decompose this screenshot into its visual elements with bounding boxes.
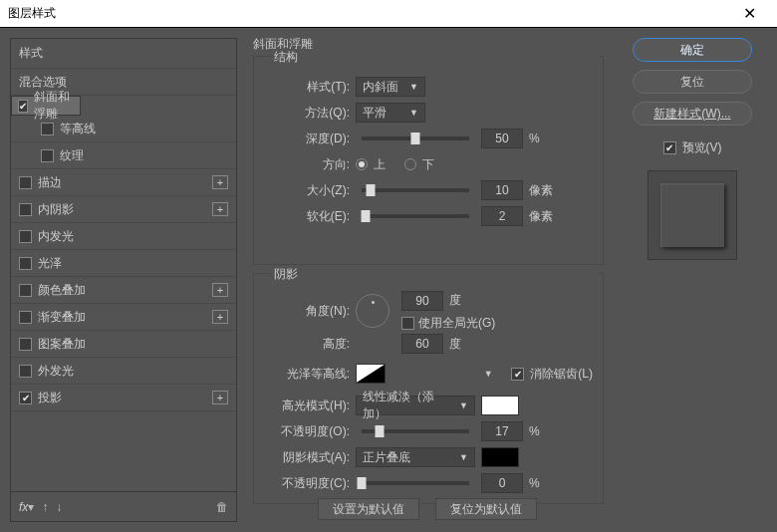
size-input[interactable]: 10 — [481, 180, 523, 200]
item-drop-shadow[interactable]: 投影+ — [11, 385, 236, 411]
unit: 像素 — [529, 208, 555, 225]
arrow-up-icon[interactable]: ↑ — [42, 500, 48, 514]
arrow-down-icon[interactable]: ↓ — [56, 500, 62, 514]
altitude-label: 高度: — [264, 336, 350, 353]
highlight-opacity-label: 不透明度(O): — [264, 423, 350, 440]
item-inner-shadow[interactable]: 内阴影+ — [11, 196, 236, 223]
add-icon[interactable]: + — [212, 283, 228, 297]
checkbox[interactable] — [19, 257, 32, 270]
reset-default-button[interactable]: 复位为默认值 — [435, 498, 537, 520]
preview-checkbox[interactable] — [663, 141, 676, 154]
method-select[interactable]: 平滑▼ — [356, 103, 425, 123]
global-light-checkbox[interactable] — [401, 317, 414, 330]
add-icon[interactable]: + — [212, 175, 228, 189]
shading-legend: 阴影 — [270, 266, 599, 283]
sidebar-header: 样式 — [11, 39, 236, 69]
ok-button[interactable]: 确定 — [633, 38, 752, 62]
shadow-opacity-label: 不透明度(C): — [264, 475, 350, 492]
chevron-down-icon: ▼ — [409, 82, 418, 92]
altitude-input[interactable]: 60 — [401, 334, 443, 354]
default-buttons: 设置为默认值 复位为默认值 — [247, 498, 608, 520]
checkbox[interactable] — [19, 311, 32, 324]
item-stroke[interactable]: 描边+ — [11, 169, 236, 196]
item-label: 内发光 — [38, 228, 74, 245]
depth-input[interactable]: 50 — [481, 129, 523, 148]
highlight-mode-label: 高光模式(H): — [264, 398, 350, 414]
reset-button[interactable]: 复位 — [633, 70, 752, 94]
highlight-color[interactable] — [481, 396, 519, 415]
checkbox[interactable] — [19, 203, 32, 216]
antialias-checkbox[interactable] — [511, 368, 524, 381]
item-label: 描边 — [38, 174, 62, 191]
checkbox[interactable] — [18, 100, 28, 113]
angle-dial[interactable] — [356, 294, 389, 328]
item-texture[interactable]: 纹理 — [11, 142, 236, 169]
soften-slider[interactable] — [362, 214, 469, 218]
item-inner-glow[interactable]: 内发光 — [11, 223, 236, 250]
checkbox[interactable] — [19, 176, 32, 189]
angle-input[interactable]: 90 — [401, 291, 443, 311]
new-style-button[interactable]: 新建样式(W)... — [633, 102, 752, 126]
shading-group: 阴影 角度(N): 90度 使用全局光(G) 高度:60度 光泽等高线:▼ 消除… — [253, 273, 604, 504]
make-default-button[interactable]: 设置为默认值 — [318, 498, 419, 520]
direction-up-radio[interactable] — [356, 158, 368, 170]
gloss-contour-picker[interactable] — [356, 364, 386, 384]
settings-panel: 斜面和浮雕 结构 样式(T):内斜面▼ 方法(Q):平滑▼ 深度(D):50% … — [247, 38, 608, 522]
item-label: 颜色叠加 — [38, 282, 86, 299]
direction-down-radio[interactable] — [404, 158, 416, 170]
titlebar: 图层样式 ✕ — [0, 0, 777, 28]
item-label: 外发光 — [38, 363, 74, 380]
shadow-opacity-input[interactable]: 0 — [481, 473, 523, 493]
checkbox[interactable] — [19, 338, 32, 351]
shadow-mode-select[interactable]: 正片叠底▼ — [356, 447, 475, 467]
item-contour[interactable]: 等高线 — [11, 116, 236, 142]
item-label: 内阴影 — [38, 201, 74, 218]
preview-swatch — [648, 170, 737, 260]
add-icon[interactable]: + — [212, 202, 228, 216]
item-outer-glow[interactable]: 外发光 — [11, 358, 236, 385]
structure-legend: 结构 — [270, 49, 599, 66]
depth-slider[interactable] — [362, 136, 469, 140]
soften-input[interactable]: 2 — [481, 206, 523, 226]
dialog-buttons: 确定 复位 新建样式(W)... 预览(V) — [618, 38, 767, 522]
add-icon[interactable]: + — [212, 310, 228, 324]
chevron-down-icon: ▼ — [459, 400, 468, 410]
checkbox[interactable] — [19, 284, 32, 297]
add-icon[interactable]: + — [212, 391, 228, 404]
chevron-down-icon[interactable]: ▼ — [484, 369, 493, 379]
shadow-opacity-slider[interactable] — [362, 481, 469, 485]
highlight-mode-select[interactable]: 线性减淡（添加）▼ — [356, 396, 475, 415]
style-select[interactable]: 内斜面▼ — [356, 77, 425, 97]
shadow-mode-label: 阴影模式(A): — [264, 449, 350, 466]
close-button[interactable]: ✕ — [729, 0, 769, 28]
highlight-opacity-input[interactable]: 17 — [481, 421, 523, 441]
fx-icon[interactable]: fx▾ — [19, 500, 34, 514]
item-label: 渐变叠加 — [38, 309, 86, 326]
antialias-label: 消除锯齿(L) — [530, 366, 593, 383]
item-satin[interactable]: 光泽 — [11, 250, 236, 277]
trash-icon[interactable]: 🗑 — [216, 500, 228, 514]
checkbox[interactable] — [19, 365, 32, 378]
checkbox[interactable] — [19, 230, 32, 243]
preview-row: 预览(V) — [663, 139, 722, 156]
checkbox[interactable] — [41, 149, 54, 162]
chevron-down-icon: ▼ — [459, 452, 468, 462]
item-bevel[interactable]: 斜面和浮雕 — [11, 96, 81, 116]
direction-label: 方向: — [264, 156, 350, 173]
item-label: 纹理 — [60, 147, 84, 164]
gloss-contour-label: 光泽等高线: — [264, 366, 350, 383]
checkbox[interactable] — [19, 392, 32, 404]
depth-label: 深度(D): — [264, 131, 350, 147]
size-slider[interactable] — [362, 188, 469, 192]
unit: % — [529, 424, 540, 438]
highlight-opacity-slider[interactable] — [362, 429, 469, 433]
unit: 像素 — [529, 182, 555, 199]
checkbox[interactable] — [41, 123, 54, 135]
item-label: 等高线 — [60, 121, 96, 137]
item-pattern-overlay[interactable]: 图案叠加 — [11, 331, 236, 358]
item-label: 图案叠加 — [38, 336, 86, 353]
item-color-overlay[interactable]: 颜色叠加+ — [11, 277, 236, 304]
structure-group: 结构 样式(T):内斜面▼ 方法(Q):平滑▼ 深度(D):50% 方向:上 下… — [253, 56, 604, 265]
item-gradient-overlay[interactable]: 渐变叠加+ — [11, 304, 236, 331]
shadow-color[interactable] — [481, 447, 519, 467]
